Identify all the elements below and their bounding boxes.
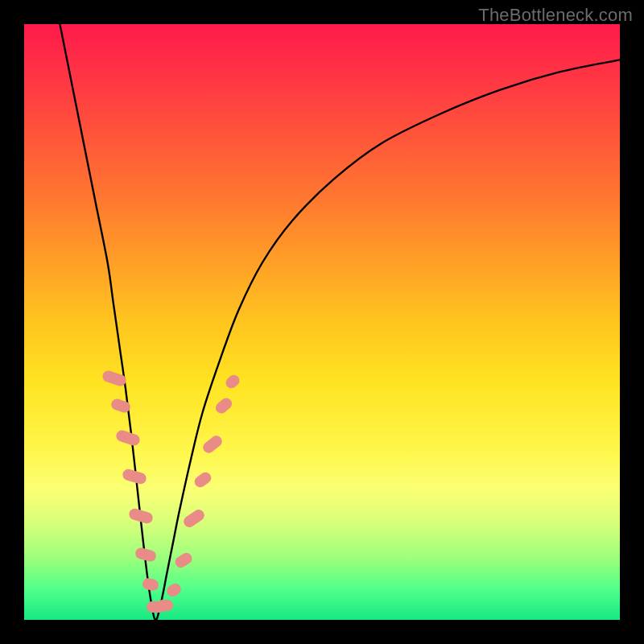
plot-area	[24, 24, 620, 620]
bottleneck-curve	[60, 24, 620, 620]
highlight-marker	[157, 600, 173, 611]
watermark-text: TheBottleneck.com	[478, 5, 633, 26]
curve-layer	[24, 24, 620, 620]
chart-frame: TheBottleneck.com	[0, 0, 644, 644]
